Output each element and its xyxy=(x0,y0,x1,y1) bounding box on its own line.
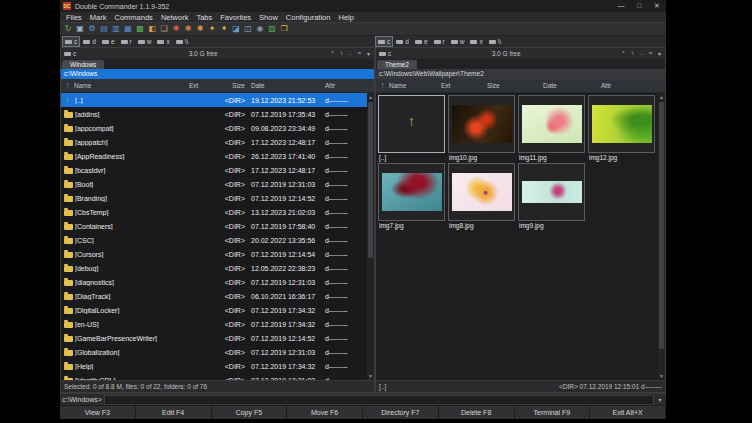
drive-button[interactable]: w xyxy=(449,37,467,46)
tab-theme2[interactable]: Theme2 xyxy=(377,60,417,69)
function-key-button[interactable]: Copy F5 xyxy=(212,406,288,419)
column-header-attr[interactable]: Attr xyxy=(601,82,658,89)
file-row[interactable]: [GameBarPresenceWriter] <DIR> 07.12.2019… xyxy=(61,331,367,345)
right-path-bar[interactable]: c:\Windows\Web\Wallpaper\Theme2 xyxy=(376,69,665,79)
file-row[interactable]: [Cursors] <DIR> 07.12.2019 12:14:54 d---… xyxy=(61,247,367,261)
function-key-button[interactable]: View F3 xyxy=(60,406,136,419)
thumbnails-view-icon[interactable]: ▩ xyxy=(135,24,145,34)
open-folder-icon[interactable]: ❒ xyxy=(279,24,289,34)
panel-nav-button[interactable]: = xyxy=(648,50,653,57)
drive-button[interactable]: r xyxy=(432,37,447,46)
thumbnail-image[interactable] xyxy=(522,105,582,143)
vertical-scrollbar[interactable]: ▲ ▼ xyxy=(658,93,665,380)
column-header-size[interactable]: Size xyxy=(487,82,543,89)
panel-nav-button[interactable]: .. xyxy=(348,50,353,57)
panel-nav-button[interactable]: \ xyxy=(339,50,344,57)
function-key-button[interactable]: Terminal F9 xyxy=(515,406,591,419)
thumbnail-item[interactable]: img12.jpg xyxy=(588,95,658,162)
column-header-ext[interactable]: Ext xyxy=(189,82,209,89)
compare-icon[interactable]: ✱ xyxy=(171,24,181,34)
panel-nav-button[interactable]: ▾ xyxy=(366,50,371,57)
thumbnail-item[interactable]: [..] xyxy=(378,95,448,162)
vertical-scrollbar[interactable]: ▲ ▼ xyxy=(367,93,374,380)
function-key-button[interactable]: Edit F4 xyxy=(136,406,212,419)
file-row[interactable]: [diagnostics] <DIR> 07.12.2019 12:31:03 … xyxy=(61,275,367,289)
file-row[interactable]: [Boot] <DIR> 07.12.2019 12:31:03 d------… xyxy=(61,177,367,191)
scrollbar-thumb[interactable] xyxy=(659,102,664,349)
panel-nav-button[interactable]: ▾ xyxy=(657,50,662,57)
menu-item[interactable]: Help xyxy=(334,13,357,22)
scroll-down-icon[interactable]: ▼ xyxy=(659,372,664,380)
drive-button[interactable]: x xyxy=(155,37,171,46)
sync-dirs-icon[interactable]: ✱ xyxy=(195,24,205,34)
star-icon[interactable]: ✦ xyxy=(219,24,229,34)
file-row[interactable]: [debug] <DIR> 12.05.2022 22:38:23 d-----… xyxy=(61,261,367,275)
file-row[interactable]: [DiagTrack] <DIR> 06.10.2021 16:36:17 d-… xyxy=(61,289,367,303)
terminal-icon[interactable]: ▣ xyxy=(75,24,85,34)
drive-button[interactable]: d xyxy=(394,37,411,46)
file-row[interactable]: [CbsTemp] <DIR> 13.12.2023 21:02:03 d---… xyxy=(61,205,367,219)
drive-button[interactable]: c xyxy=(376,37,392,46)
command-input[interactable] xyxy=(104,395,654,405)
extract-icon[interactable]: ◫ xyxy=(243,24,253,34)
file-row[interactable]: [CSC] <DIR> 20.02.2022 13:35:56 d-------… xyxy=(61,233,367,247)
thumbnail-frame[interactable] xyxy=(588,95,655,153)
drive-button[interactable]: \\ xyxy=(487,37,504,46)
scroll-down-icon[interactable]: ▼ xyxy=(368,372,373,380)
thumbnail-image[interactable] xyxy=(522,181,582,203)
copy-names-icon[interactable]: ❏ xyxy=(159,24,169,34)
scrollbar-thumb[interactable] xyxy=(368,102,373,258)
menu-item[interactable]: Network xyxy=(157,13,193,22)
thumbnail-frame[interactable] xyxy=(518,95,585,153)
close-button[interactable]: ✕ xyxy=(648,0,666,12)
file-row[interactable]: [bcastdvr] <DIR> 17.12.2023 12:48:17 d--… xyxy=(61,163,367,177)
multi-rename-icon[interactable]: ✱ xyxy=(183,24,193,34)
thumbnail-image[interactable] xyxy=(592,105,652,143)
file-row[interactable]: [en-US] <DIR> 07.12.2019 17:34:32 d-----… xyxy=(61,317,367,331)
file-row[interactable]: [DigitalLocker] <DIR> 07.12.2019 17:34:3… xyxy=(61,303,367,317)
thumbnail-image[interactable] xyxy=(382,105,442,143)
column-header-name[interactable]: Name xyxy=(389,82,441,89)
file-row[interactable]: [IdentityCRL] <DIR> 07.12.2019 12:31:03 … xyxy=(61,373,367,380)
column-header-size[interactable]: Size xyxy=(209,82,245,89)
thumbnail-image[interactable] xyxy=(382,173,442,211)
function-key-button[interactable]: Delete F8 xyxy=(439,406,515,419)
thumbnail-image[interactable] xyxy=(452,105,512,143)
file-row[interactable]: [addins] <DIR> 07.12.2019 17:35:43 d----… xyxy=(61,107,367,121)
thumbnail-frame[interactable] xyxy=(378,95,445,153)
file-row[interactable]: [appcompat] <DIR> 09.08.2023 23:34:49 d-… xyxy=(61,121,367,135)
drive-button[interactable]: x xyxy=(468,37,484,46)
flat-view-icon[interactable]: ◧ xyxy=(147,24,157,34)
function-key-button[interactable]: Exit Alt+X xyxy=(590,406,666,419)
menu-item[interactable]: Commands xyxy=(111,13,157,22)
full-view-icon[interactable]: ▥ xyxy=(111,24,121,34)
menu-item[interactable]: Favorites xyxy=(216,13,255,22)
column-header-ext[interactable]: Ext xyxy=(441,82,487,89)
maximize-button[interactable]: □ xyxy=(630,0,648,12)
thumbnail-frame[interactable] xyxy=(378,163,445,221)
file-row[interactable]: [Help] <DIR> 07.12.2019 17:34:32 d------… xyxy=(61,359,367,373)
scroll-up-icon[interactable]: ▲ xyxy=(659,93,664,101)
column-header-date[interactable]: Date xyxy=(543,82,601,89)
thumbnail-item[interactable]: img9.jpg xyxy=(518,163,588,230)
current-drive-label[interactable]: c xyxy=(73,50,76,57)
options-icon[interactable]: ⚙ xyxy=(87,24,97,34)
column-header-name[interactable]: Name xyxy=(74,82,189,89)
search-icon[interactable]: ◉ xyxy=(255,24,265,34)
current-drive-label[interactable]: c xyxy=(388,50,391,57)
thumbnail-image[interactable] xyxy=(452,173,512,211)
sort-ascending-icon[interactable]: ↑ xyxy=(376,81,389,90)
panel-nav-button[interactable]: * xyxy=(330,50,335,57)
menu-item[interactable]: Mark xyxy=(86,13,111,22)
drive-button[interactable]: c xyxy=(63,37,79,46)
drive-button[interactable]: e xyxy=(100,37,117,46)
scroll-up-icon[interactable]: ▲ xyxy=(368,93,373,101)
thumbnail-item[interactable]: img7.jpg xyxy=(378,163,448,230)
file-row[interactable]: [Globalization] <DIR> 07.12.2019 12:31:0… xyxy=(61,345,367,359)
column-header-attr[interactable]: Attr xyxy=(323,82,367,89)
tree-icon[interactable]: ▨ xyxy=(267,24,277,34)
drive-button[interactable]: e xyxy=(413,37,430,46)
refresh-icon[interactable]: ↻ xyxy=(63,24,73,34)
file-row[interactable]: [Containers] <DIR> 07.12.2019 17:58:40 d… xyxy=(61,219,367,233)
thumbnail-item[interactable]: img10.jpg xyxy=(448,95,518,162)
